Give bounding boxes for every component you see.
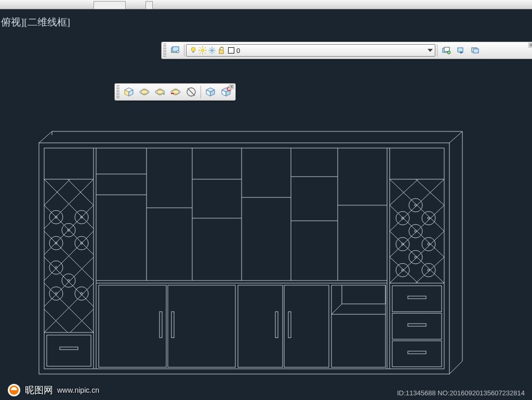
orbit-free-icon [154,86,166,98]
svg-rect-147 [238,285,283,367]
toolbar-separator [201,86,201,98]
layer-toolbar[interactable]: 0 x [161,42,532,59]
toolbar-grip[interactable] [116,85,119,99]
svg-point-121 [422,263,435,277]
ribbon-strip [0,0,532,9]
svg-point-85 [75,287,88,300]
layer-color-swatch [228,47,234,54]
orbit-free-button[interactable] [153,85,167,99]
svg-point-112 [415,230,417,232]
toolbar-separator [437,44,437,57]
svg-rect-146 [168,285,235,367]
layer-previous-button[interactable] [454,44,468,57]
lightbulb-icon [189,46,198,55]
orbit-constrained-button[interactable] [137,85,152,99]
svg-rect-152 [288,312,291,338]
svg-rect-18 [219,50,223,54]
watermark-site-name: 昵图网 [25,384,53,396]
svg-rect-151 [275,312,278,338]
svg-line-47 [449,131,462,143]
svg-point-118 [415,256,417,258]
svg-rect-145 [99,285,166,367]
snowflake-icon [207,46,217,55]
layer-filter-icon [471,46,480,55]
svg-line-13 [205,47,206,48]
svg-rect-149 [159,312,162,338]
svg-point-115 [422,237,435,251]
svg-point-2 [177,50,179,52]
svg-point-111 [409,224,422,238]
svg-line-36 [188,88,195,96]
footer-id: ID:11345688 NO:20160920135607232814 [397,389,525,397]
svg-rect-150 [171,312,174,338]
layer-properties-icon [170,46,180,55]
svg-point-87 [62,274,75,287]
watermark: 昵图网 www.nipic.cn [7,383,99,397]
toolbar-close-button[interactable]: x [229,84,234,89]
current-layer-name: 0 [236,47,240,55]
svg-point-117 [409,250,422,264]
svg-point-89 [49,261,63,274]
svg-point-109 [409,198,422,212]
svg-line-12 [200,52,201,54]
svg-point-110 [415,204,417,206]
svg-rect-126 [408,324,426,326]
layer-filter-button[interactable] [469,44,482,57]
watermark-logo-icon [7,383,21,397]
svg-rect-128 [408,351,426,354]
svg-point-108 [428,217,430,219]
lock-open-icon [217,46,226,55]
svg-point-107 [422,211,435,225]
orbit-continuous-button[interactable] [168,85,183,99]
layer-states-icon [442,46,451,55]
svg-point-105 [396,211,409,225]
svg-line-11 [205,52,206,54]
svg-point-116 [428,243,430,245]
svg-point-83 [49,287,63,300]
orbit-constrained-icon [139,86,150,98]
svg-point-21 [447,51,450,54]
cabinet-wireframe [36,127,468,377]
svg-rect-92 [60,347,78,350]
3d-box-button[interactable] [122,85,136,99]
watermark-url: www.nipic.cn [57,386,99,394]
svg-rect-91 [47,335,91,366]
walk-icon [205,86,216,98]
svg-rect-24 [473,49,478,53]
layer-states-button[interactable] [440,44,453,57]
swivel-button[interactable] [184,85,198,99]
toolbar-grip[interactable] [163,44,166,57]
toolbar-separator [184,44,184,57]
svg-point-5 [201,49,204,52]
sun-icon [198,46,207,55]
svg-rect-153 [331,285,385,367]
svg-rect-124 [408,296,426,299]
svg-point-119 [396,263,409,277]
svg-line-10 [200,47,201,48]
drawing-canvas[interactable] [36,127,468,377]
layer-previous-icon [456,46,466,55]
svg-point-3 [191,47,195,51]
svg-rect-46 [39,143,449,374]
svg-point-122 [428,269,430,271]
nav-toolbar[interactable]: x [114,83,236,101]
svg-rect-22 [458,48,463,52]
toolbar-close-button[interactable]: x [528,43,532,48]
orbit-continuous-icon [170,86,181,98]
3d-box-icon [123,86,135,98]
viewport-label[interactable]: 俯视][二维线框] [1,16,70,29]
svg-rect-4 [193,51,194,53]
svg-point-113 [396,237,409,251]
layer-dropdown[interactable]: 0 [186,44,435,57]
walk-button[interactable] [203,85,218,99]
layer-properties-button[interactable] [168,44,182,57]
swivel-icon [185,86,197,98]
chevron-down-icon [428,49,433,52]
